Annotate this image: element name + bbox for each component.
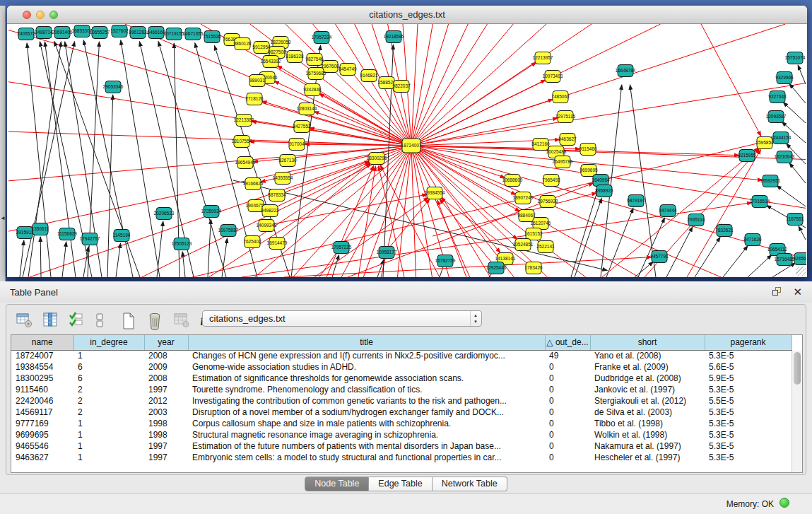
table-cell[interactable]: 1 — [73, 429, 144, 440]
network-edge[interactable] — [314, 197, 428, 277]
table-row[interactable]: 1456911722003Disruption of a novel membe… — [11, 407, 792, 418]
table-cell[interactable]: 1 — [73, 418, 144, 429]
table-cell[interactable]: 5.3E-5 — [705, 384, 792, 395]
table-cell[interactable]: 1997 — [144, 452, 188, 463]
scrollbar-thumb[interactable] — [794, 352, 801, 385]
table-cell[interactable]: Dudbridge et al. (2008) — [590, 373, 705, 384]
table-cell[interactable]: 0 — [545, 452, 590, 463]
network-edge[interactable] — [182, 252, 185, 277]
column-header-short[interactable]: short — [590, 335, 705, 350]
table-cell[interactable]: 6 — [73, 361, 144, 373]
delete-columns-icon[interactable] — [146, 310, 165, 330]
network-edge[interactable] — [799, 226, 806, 240]
tab-node-table[interactable]: Node Table — [305, 477, 369, 491]
table-row[interactable]: 911546021997Tourette syndrome. Phenomeno… — [11, 384, 792, 395]
table-cell[interactable]: Embryonic stem cells: a model to study s… — [188, 452, 545, 463]
table-cell[interactable]: 0 — [545, 384, 590, 395]
network-edge[interactable] — [798, 65, 806, 84]
network-edge[interactable] — [789, 83, 806, 103]
table-cell[interactable]: 5.3E-5 — [705, 452, 792, 463]
collapse-panel-arrow-icon[interactable]: ◄ — [0, 214, 6, 223]
table-cell[interactable]: 2012 — [144, 395, 188, 407]
network-edge[interactable] — [28, 42, 61, 277]
table-row[interactable]: 969969511998Structural magnetic resonanc… — [11, 429, 792, 440]
network-edge[interactable] — [8, 82, 411, 146]
network-edge[interactable] — [606, 208, 633, 277]
table-cell[interactable]: 2009 — [144, 361, 188, 373]
table-cell[interactable]: Tourette syndrome. Phenomenology and cla… — [188, 384, 545, 395]
table-cell[interactable]: 9465546 — [11, 440, 73, 452]
tab-network-table[interactable]: Network Table — [433, 477, 507, 491]
table-row[interactable]: 946362711997Embryonic stem cells: a mode… — [11, 452, 792, 463]
table-cell[interactable]: 5.3E-5 — [705, 418, 792, 429]
table-row[interactable]: 977716911998Corpus callosum shape and si… — [11, 418, 792, 429]
network-edge[interactable] — [8, 146, 411, 231]
window-resize-grip[interactable] — [796, 267, 806, 276]
table-cell[interactable]: 14569117 — [11, 407, 73, 418]
network-edge[interactable] — [262, 101, 411, 146]
table-cell[interactable]: 1998 — [144, 429, 188, 440]
network-edge[interactable] — [269, 162, 370, 211]
table-cell[interactable]: Structural magnetic resonance image aver… — [188, 429, 545, 440]
network-graph[interactable]: 2405572249871420691406168533071065525715… — [8, 24, 806, 277]
network-edge[interactable] — [571, 188, 599, 277]
network-edge[interactable] — [701, 24, 761, 136]
table-cell[interactable]: Jankovic et al. (1997) — [590, 384, 705, 395]
table-cell[interactable]: Wolkin et al. (1998) — [590, 429, 705, 440]
column-header-name[interactable]: name — [11, 335, 73, 350]
network-edge[interactable] — [8, 30, 411, 146]
table-cell[interactable]: 9777169 — [11, 418, 73, 429]
network-edge[interactable] — [411, 146, 416, 277]
table-cell[interactable]: 9115460 — [11, 384, 73, 395]
network-edge[interactable] — [62, 242, 66, 277]
table-cell[interactable]: 1 — [73, 350, 144, 361]
table-cell[interactable]: 19384554 — [11, 361, 73, 373]
table-select[interactable]: citations_edges.txt ▲▼ — [202, 310, 482, 327]
close-panel-icon[interactable]: ✕ — [793, 286, 802, 298]
network-edge[interactable] — [348, 183, 594, 277]
table-row[interactable]: 1872400712008Changes of HCN gene express… — [11, 350, 792, 361]
table-cell[interactable]: 2 — [73, 407, 144, 418]
network-edge[interactable] — [8, 132, 411, 146]
network-edge[interactable] — [380, 165, 440, 277]
network-canvas[interactable]: 2405572249871420691406168533071065525715… — [8, 24, 806, 277]
network-edge[interactable] — [45, 42, 76, 277]
column-header-out_de[interactable]: △ out_de... — [545, 335, 590, 350]
table-cell[interactable]: 2 — [73, 384, 144, 395]
network-edge[interactable] — [602, 148, 759, 277]
network-edge[interactable] — [411, 99, 553, 146]
table-row[interactable]: 946554611997Estimation of the future num… — [11, 440, 792, 452]
table-cell[interactable]: 0 — [545, 395, 590, 407]
network-edge[interactable] — [208, 219, 211, 277]
network-edge[interactable] — [116, 243, 121, 277]
table-cell[interactable]: de Silva et al. (2003) — [590, 407, 705, 418]
network-edge[interactable] — [233, 180, 607, 270]
column-header-title[interactable]: title — [188, 335, 545, 350]
table-cell[interactable]: 1998 — [144, 418, 188, 429]
network-edge[interactable] — [411, 146, 516, 194]
table-cell[interactable]: 0 — [545, 440, 590, 452]
network-edge[interactable] — [723, 246, 748, 277]
table-cell[interactable]: Nakamura et al. (1997) — [590, 440, 705, 452]
column-header-pagerank[interactable]: pagerank — [705, 335, 792, 350]
network-window-titlebar[interactable]: citations_edges.txt — [7, 6, 807, 24]
table-cell[interactable]: 5.3E-5 — [705, 407, 792, 418]
table-cell[interactable]: 5.3E-5 — [705, 350, 792, 361]
table-cell[interactable]: 2008 — [144, 373, 188, 384]
table-cell[interactable]: Tibbo et al. (1998) — [590, 418, 705, 429]
network-edge[interactable] — [332, 255, 339, 277]
network-edge[interactable] — [687, 150, 760, 277]
table-cell[interactable]: Hescheler et al. (1997) — [590, 452, 705, 463]
column-header-in_degree[interactable]: in_degree — [73, 335, 144, 350]
network-edge[interactable] — [777, 185, 806, 206]
table-row[interactable]: 2242004622012Investigating the contribut… — [11, 395, 792, 407]
network-edge[interactable] — [666, 227, 693, 277]
table-cell[interactable]: 0 — [545, 373, 590, 384]
table-cell[interactable]: 5.6E-5 — [705, 361, 792, 373]
network-edge[interactable] — [789, 163, 806, 183]
table-cell[interactable]: 9699695 — [11, 429, 73, 440]
table-cell[interactable]: 18724007 — [11, 350, 73, 361]
tab-edge-table[interactable]: Edge Table — [369, 477, 432, 491]
table-cell[interactable]: Investigating the contribution of common… — [188, 395, 545, 407]
network-edge[interactable] — [638, 218, 665, 277]
